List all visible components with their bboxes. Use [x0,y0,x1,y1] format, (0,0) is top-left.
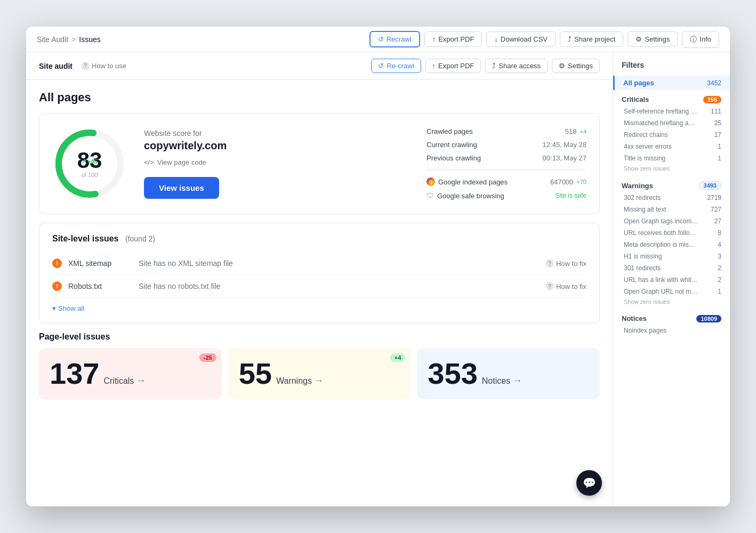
filters-title: Filters [613,61,730,76]
warnings-badge: +4 [390,353,406,362]
recrawl-button-sub[interactable]: ↺ Re-crawl [371,59,421,73]
how-to-fix-xml[interactable]: ? How to fix [545,259,586,268]
page-title: All pages [39,91,600,104]
site-issues-card: Site-level issues (found 2) ! XML sitema… [39,223,600,324]
chevron-down-icon: ▾ [52,304,56,312]
filter-all-pages[interactable]: All pages 3452 [613,76,730,90]
warnings-section-badge: 3493 [699,181,721,190]
warnings-number: 55 [239,359,272,389]
filter-sub-301[interactable]: 301 redirects 2 [613,262,730,274]
filter-sub-og-url[interactable]: Open Graph URL not matchin... 1 [613,286,730,297]
filter-criticals-header: Criticals 155 [613,90,730,106]
settings-button-top[interactable]: ⚙ Settings [628,31,678,47]
issue-desc-xml: Site has no XML sitemap file [139,259,539,268]
inner-panel: Site audit ? How to use ↺ Re-crawl ↑ [26,52,613,506]
stat-crawled-pages: Crawled pages 518 +4 [427,127,586,135]
share-project-button[interactable]: ⤴ Share project [560,31,623,47]
notices-arrow: → [512,375,522,386]
criticals-number: 137 [50,359,99,389]
filter-sub-redirect-chains[interactable]: Redirect chains 17 [613,129,730,141]
recrawl-button[interactable]: ↺ Recrawl [369,31,420,47]
notices-section-label: Notices [622,314,647,322]
browser-window: Site Audit > Issues ↺ Recrawl ↑ Export P… [26,27,730,506]
notices-section-badge: 10809 [696,315,721,322]
stat-current-crawling: Current crawling 12:45, May 28 [427,141,586,149]
issue-row-robots: ! Robots.txt Site has no robots.txt file… [52,275,586,298]
filter-sub-title-missing[interactable]: Title is missing 1 [613,152,730,164]
filter-sub-follow[interactable]: URL receives both follow and ... 8 [613,227,730,239]
how-to-fix-robots[interactable]: ? How to fix [545,282,586,290]
info-button[interactable]: ⓘ Info [682,31,719,48]
settings-button-sub[interactable]: ⚙ Settings [552,59,600,73]
export-pdf-icon: ↑ [432,35,436,43]
export-pdf-icon-sub: ↑ [432,62,436,70]
show-zero-warnings[interactable]: Show zero issues [613,297,730,309]
website-domain: copywritely.com [144,140,409,152]
stat-previous-crawling: Previous crawling 00:13, May 27 [427,154,586,162]
criticals-section-badge: 155 [703,96,721,103]
view-issues-button[interactable]: View issues [144,177,219,199]
breadcrumb-current: Issues [79,35,100,44]
issue-desc-robots: Site has no robots.txt file [139,282,539,290]
score-circle: ↗ +45 83 of 100 [52,126,127,201]
main-content: Site audit ? How to use ↺ Re-crawl ↑ [26,52,730,506]
notices-label: Notices [482,376,510,386]
score-card: ↗ +45 83 of 100 Website score for copywr… [39,113,600,214]
page-content: Site audit ? How to use ↺ Re-crawl ↑ [26,52,613,506]
site-audit-label: Site audit [39,62,73,70]
score-section: ↗ +45 83 of 100 Website score for copywr… [26,104,613,223]
export-pdf-button-sub[interactable]: ↑ Export PDF [425,59,481,73]
trend-up-icon: ↗ [82,158,86,165]
filter-warnings-header: Warnings 3493 [613,176,730,192]
site-issues-section: Site-level issues (found 2) ! XML sitema… [26,223,613,332]
view-page-code-link[interactable]: </> View page code [144,158,409,166]
info-icon: ⓘ [690,35,697,44]
page-issues-title: Page-level issues [39,332,600,342]
breadcrumb-site-audit[interactable]: Site Audit [37,35,68,44]
show-all-link[interactable]: ▾ Show all [52,298,586,312]
stat-google-safe: 🛡 Google safe browsing Site is safe [427,191,586,200]
criticals-badge: -25 [199,353,216,362]
page-card-warnings[interactable]: +4 55 Warnings → [228,348,411,399]
download-csv-icon: ↓ [494,35,498,43]
filter-sub-noindex[interactable]: Noindex pages [613,325,730,336]
page-card-criticals[interactable]: -25 137 Criticals → [39,348,222,399]
page-level-cards: -25 137 Criticals → +4 55 Warnings [39,348,600,399]
score-number: ↗ +45 83 of 100 [77,149,102,178]
filter-sub-4xx[interactable]: 4xx server errors 1 [613,141,730,152]
notices-number: 353 [428,359,477,389]
sub-header-right: ↺ Re-crawl ↑ Export PDF ⤴ Share access [371,59,600,73]
how-to-icon: ? [81,62,90,70]
share-access-button[interactable]: ⤴ Share access [485,59,548,73]
criticals-row: 137 Criticals → [50,359,211,389]
chat-bubble[interactable]: 💬 [576,470,602,496]
settings-icon-sub: ⚙ [559,62,565,70]
warnings-arrow: → [314,375,324,386]
show-zero-criticals[interactable]: Show zero issues [613,164,730,176]
score-trend: ↗ +45 [82,158,98,165]
page-title-bar: All pages [26,80,613,104]
page-issues-section: Page-level issues -25 137 Criticals → +4 [26,332,613,408]
shield-icon: 🛡 [427,191,434,200]
top-bar: Site Audit > Issues ↺ Recrawl ↑ Export P… [26,27,730,52]
issue-name-robots: Robots.txt [68,282,132,290]
filter-sub-h1-missing[interactable]: H1 is missing 3 [613,251,730,262]
how-to-use[interactable]: ? How to use [81,62,126,70]
filter-notices-header: Notices 10809 [613,309,730,325]
filter-sub-302[interactable]: 302 redirects 2719 [613,192,730,204]
filter-sub-hreflang-mismatch[interactable]: Mismatched hreflang and H... 25 [613,117,730,129]
notices-row: 353 Notices → [428,359,589,389]
page-card-notices[interactable]: 353 Notices → [417,348,600,399]
all-pages-count: 3452 [707,79,721,87]
filter-sub-meta-desc[interactable]: Meta description is missing 4 [613,239,730,251]
criticals-label: Criticals [103,376,134,386]
filter-sub-og-incomplete[interactable]: Open Graph tags incomplete 27 [613,215,730,227]
all-pages-label: All pages [623,79,654,87]
issue-name-xml: XML sitemap [68,259,132,268]
export-pdf-button[interactable]: ↑ Export PDF [424,31,482,47]
filter-sub-hreflang-self[interactable]: Self-reference hreflang anno... 111 [613,106,730,117]
warnings-label: Warnings [276,376,312,386]
download-csv-button[interactable]: ↓ Download CSV [486,31,556,47]
filter-sub-whitespace[interactable]: URL has a link with whitespace in ... 2 [613,274,730,286]
filter-sub-alt-text[interactable]: Missing alt text 727 [613,204,730,215]
